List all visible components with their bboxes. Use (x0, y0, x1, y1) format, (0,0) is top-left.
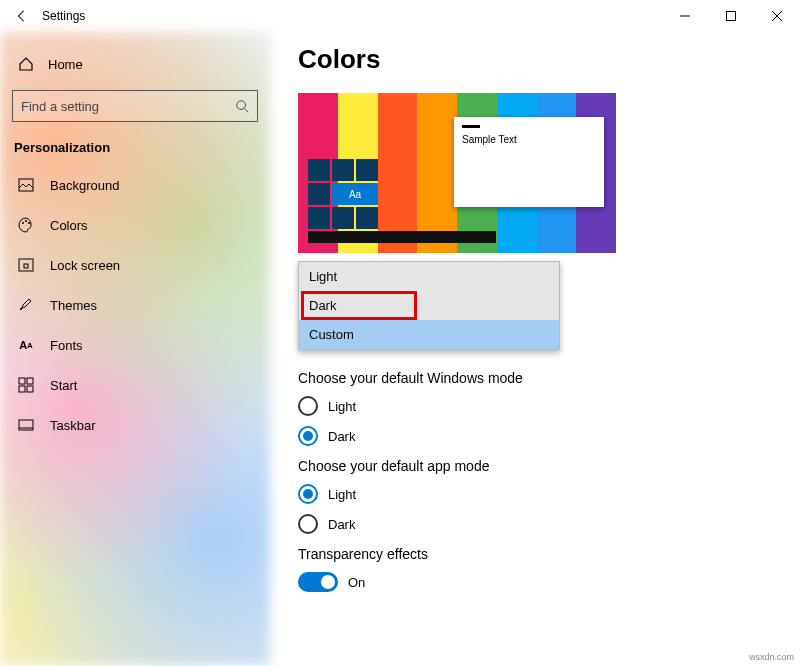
app-mode-label: Choose your default app mode (298, 458, 800, 474)
sidebar-item-label: Themes (50, 298, 97, 313)
maximize-icon (726, 11, 736, 21)
search-icon (235, 99, 249, 113)
sidebar-item-label: Colors (50, 218, 88, 233)
svg-point-9 (28, 222, 30, 224)
svg-rect-6 (19, 179, 33, 191)
lockscreen-icon (18, 257, 34, 273)
sidebar-item-label: Lock screen (50, 258, 120, 273)
color-mode-dropdown[interactable]: Light Dark Custom (298, 261, 560, 350)
svg-rect-1 (727, 12, 736, 21)
dropdown-option-light[interactable]: Light (299, 262, 559, 291)
preview-accent-tile: Aa (332, 183, 378, 205)
radio-checked-icon (298, 426, 318, 446)
image-icon (18, 177, 34, 193)
dropdown-option-dark[interactable]: Dark (299, 291, 559, 320)
sidebar-item-start[interactable]: Start (0, 365, 270, 405)
close-icon (772, 11, 782, 21)
sidebar: Home Personalization Background Colors L… (0, 32, 270, 666)
sidebar-item-label: Fonts (50, 338, 83, 353)
windows-mode-label: Choose your default Windows mode (298, 370, 800, 386)
palette-icon (18, 217, 34, 233)
svg-line-5 (245, 109, 249, 113)
arrow-left-icon (15, 9, 29, 23)
sidebar-item-taskbar[interactable]: Taskbar (0, 405, 270, 445)
brush-icon (18, 297, 34, 313)
sidebar-item-colors[interactable]: Colors (0, 205, 270, 245)
minimize-icon (680, 11, 690, 21)
svg-rect-12 (19, 378, 25, 384)
sidebar-item-lockscreen[interactable]: Lock screen (0, 245, 270, 285)
radio-checked-icon (298, 484, 318, 504)
search-input[interactable] (21, 99, 235, 114)
color-preview: Sample Text Aa (298, 93, 616, 253)
radio-label: Dark (328, 429, 355, 444)
content-pane: Colors Sample Text Aa Light Dark Custom … (270, 32, 800, 666)
search-box[interactable] (12, 90, 258, 122)
preview-sample-text: Sample Text (462, 134, 517, 145)
home-nav[interactable]: Home (0, 46, 270, 82)
dropdown-option-custom[interactable]: Custom (299, 320, 559, 349)
svg-rect-15 (27, 386, 33, 392)
svg-point-4 (237, 101, 246, 110)
toggle-value: On (348, 575, 365, 590)
svg-rect-11 (24, 264, 28, 268)
window-title: Settings (42, 9, 85, 23)
radio-icon (298, 514, 318, 534)
minimize-button[interactable] (662, 0, 708, 32)
start-icon (18, 377, 34, 393)
app-mode-dark[interactable]: Dark (298, 514, 800, 534)
page-title: Colors (298, 44, 800, 75)
font-icon: AA (18, 337, 34, 353)
taskbar-icon (18, 417, 34, 433)
sidebar-item-label: Background (50, 178, 119, 193)
transparency-label: Transparency effects (298, 546, 800, 562)
close-button[interactable] (754, 0, 800, 32)
svg-point-7 (22, 222, 24, 224)
svg-rect-13 (27, 378, 33, 384)
svg-rect-10 (19, 259, 33, 271)
back-button[interactable] (8, 2, 36, 30)
transparency-toggle[interactable] (298, 572, 338, 592)
sidebar-item-themes[interactable]: Themes (0, 285, 270, 325)
maximize-button[interactable] (708, 0, 754, 32)
windows-mode-light[interactable]: Light (298, 396, 800, 416)
sidebar-item-background[interactable]: Background (0, 165, 270, 205)
app-mode-light[interactable]: Light (298, 484, 800, 504)
radio-label: Light (328, 399, 356, 414)
sidebar-item-label: Start (50, 378, 77, 393)
windows-mode-dark[interactable]: Dark (298, 426, 800, 446)
section-header: Personalization (0, 122, 270, 165)
sidebar-item-fonts[interactable]: AA Fonts (0, 325, 270, 365)
home-label: Home (48, 57, 83, 72)
home-icon (18, 56, 34, 72)
radio-label: Dark (328, 517, 355, 532)
radio-icon (298, 396, 318, 416)
sidebar-item-label: Taskbar (50, 418, 96, 433)
svg-point-8 (25, 220, 27, 222)
svg-rect-14 (19, 386, 25, 392)
watermark: wsxdn.com (749, 652, 794, 662)
preview-sample-window: Sample Text (454, 117, 604, 207)
radio-label: Light (328, 487, 356, 502)
